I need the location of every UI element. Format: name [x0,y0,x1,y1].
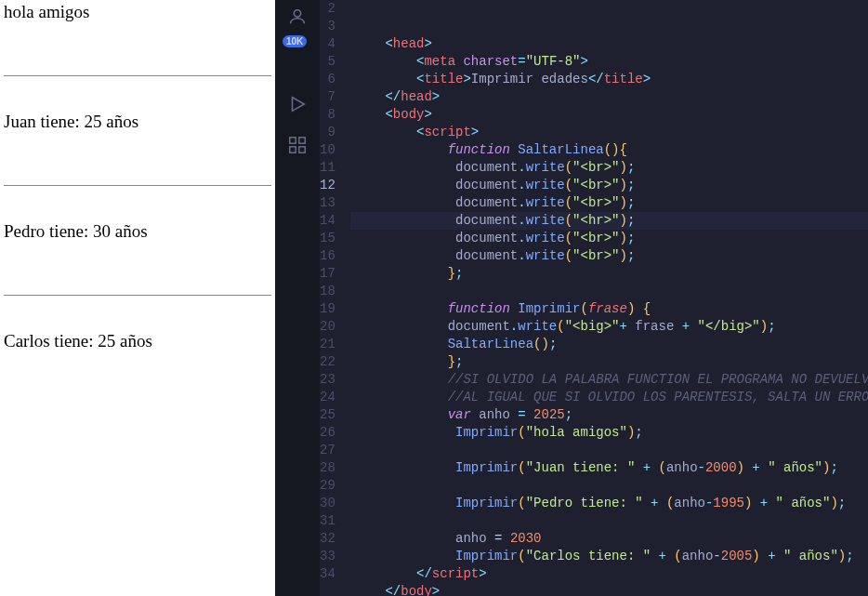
code-line[interactable]: <body> [350,106,868,124]
code-area[interactable]: <head> <meta charset="UTF-8"> <title>Imp… [350,0,868,596]
code-line[interactable]: Imprimir("Pedro tiene: " + (anho-1995) +… [350,495,868,512]
preview-line: hola amigos [4,2,271,22]
code-line[interactable] [350,442,868,459]
code-line[interactable]: </head> [350,88,868,106]
line-number: 4 [320,35,335,53]
line-number: 19 [320,300,335,318]
code-line[interactable]: document.write("<br>"); [350,194,868,212]
svg-marker-1 [293,98,305,112]
accounts-icon[interactable] [286,6,309,28]
line-number: 22 [320,353,335,371]
code-line[interactable] [350,283,868,300]
line-number: 28 [320,459,335,477]
code-line[interactable]: var anho = 2025; [350,406,868,424]
line-number: 32 [320,530,335,548]
line-number: 12 [320,177,335,194]
line-number: 34 [320,565,335,583]
code-line[interactable]: //AL IGUAL QUE SI OLVIDO LOS PARENTESIS,… [350,389,868,406]
code-line[interactable]: </body> [350,583,868,596]
code-line[interactable]: function Imprimir(frase) { [350,300,868,318]
line-number: 21 [320,336,335,353]
line-number: 6 [320,71,335,88]
svg-rect-3 [299,138,305,143]
run-debug-icon[interactable] [286,93,309,115]
activity-bar: 10K [275,0,320,596]
code-line[interactable]: Imprimir("Carlos tiene: " + (anho-2005) … [350,548,868,565]
code-line[interactable]: document.write("<br>"); [350,177,868,194]
code-line[interactable]: <title>Imprimir edades</title> [350,71,868,88]
code-line[interactable]: Imprimir("hola amigos"); [350,424,868,442]
code-line[interactable]: SaltarLinea(); [350,336,868,353]
code-line[interactable]: <meta charset="UTF-8"> [350,53,868,71]
line-number: 33 [320,548,335,565]
code-line[interactable]: </script> [350,565,868,583]
line-number: 2 [320,0,335,18]
code-line[interactable]: }; [350,353,868,371]
line-number: 13 [320,194,335,212]
line-number: 18 [320,283,335,300]
line-number: 10 [320,141,335,159]
line-number: 3 [320,18,335,35]
svg-rect-5 [299,147,305,152]
code-line[interactable] [350,512,868,530]
code-line[interactable]: anho = 2030 [350,530,868,548]
line-number: 20 [320,318,335,336]
svg-rect-2 [290,138,296,143]
code-line[interactable]: <script> [350,124,868,141]
line-number: 25 [320,406,335,424]
code-line[interactable]: Imprimir("Juan tiene: " + (anho-2000) + … [350,459,868,477]
line-number: 23 [320,371,335,389]
code-line[interactable]: document.write("<br>"); [350,247,868,265]
code-line[interactable]: function SaltarLinea(){ [350,141,868,159]
badge-10k: 10K [283,35,307,47]
line-number: 26 [320,424,335,442]
preview-line: Carlos tiene: 25 años [4,331,271,351]
line-number: 9 [320,124,335,141]
code-line[interactable]: document.write("<br>"); [350,230,868,247]
line-number: 30 [320,495,335,512]
line-number: 17 [320,265,335,283]
extensions-icon[interactable] [286,134,309,156]
editor-pane[interactable]: 2345678910111213141516171819202122232425… [320,0,868,596]
preview-line: Juan tiene: 25 años [4,112,271,132]
line-number: 5 [320,53,335,71]
code-line[interactable]: }; [350,265,868,283]
line-gutter: 2345678910111213141516171819202122232425… [320,0,350,596]
code-line[interactable] [350,477,868,495]
code-line[interactable]: <head> [350,35,868,53]
line-number: 29 [320,477,335,495]
code-line[interactable]: document.write("<hr>"); [350,212,868,230]
svg-point-0 [294,10,300,17]
line-number: 8 [320,106,335,124]
line-number: 7 [320,88,335,106]
line-number: 16 [320,247,335,265]
line-number: 14 [320,212,335,230]
line-number: 15 [320,230,335,247]
line-number: 27 [320,442,335,459]
preview-pane: hola amigos Juan tiene: 25 años Pedro ti… [0,0,275,596]
code-line[interactable]: document.write("<big>"+ frase + "</big>"… [350,318,868,336]
svg-rect-4 [290,147,296,152]
line-number: 11 [320,159,335,177]
code-line[interactable]: //SI OLVIDO LA PALABRA FUNCTION EL PROGR… [350,371,868,389]
line-number: 31 [320,512,335,530]
code-line[interactable]: document.write("<br>"); [350,159,868,177]
line-number: 24 [320,389,335,406]
preview-line: Pedro tiene: 30 años [4,221,271,242]
